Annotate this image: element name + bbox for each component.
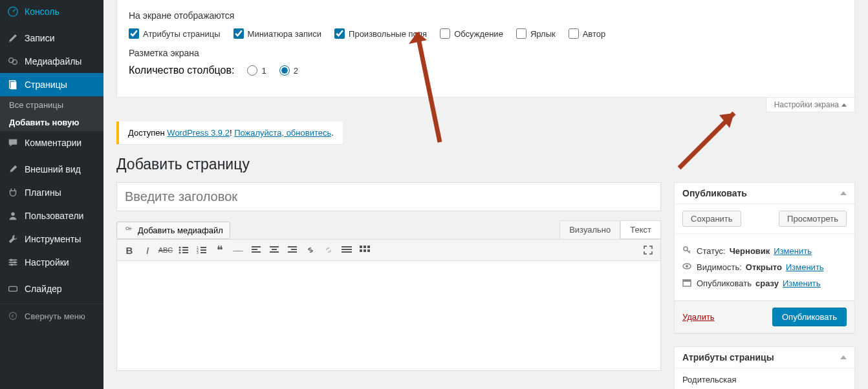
sub-all-pages[interactable]: Все страницы xyxy=(0,96,103,114)
editor-column: Добавить медиафайл Визуально Текст B I A… xyxy=(116,182,661,389)
collapse-label: Свернуть меню xyxy=(25,311,85,321)
page-title: Добавить страницу xyxy=(116,156,855,173)
update-link[interactable]: Пожалуйста, обновитесь xyxy=(234,128,331,138)
edit-status-link[interactable]: Изменить xyxy=(774,246,812,256)
menu-slider[interactable]: Слайдер xyxy=(0,277,103,300)
link-button[interactable] xyxy=(302,242,319,258)
svg-point-13 xyxy=(9,312,16,319)
svg-rect-26 xyxy=(201,252,206,253)
editor-tabs: Визуально Текст xyxy=(559,220,661,239)
comment-icon xyxy=(6,136,19,149)
svg-rect-32 xyxy=(270,251,279,253)
svg-rect-24 xyxy=(201,249,206,251)
collapse-menu[interactable]: Свернуть меню xyxy=(0,304,103,328)
menu-users[interactable]: Пользователи xyxy=(0,204,103,227)
attrs-title: Атрибуты страницы xyxy=(682,352,774,363)
svg-rect-30 xyxy=(270,246,279,247)
post-title-input[interactable] xyxy=(116,182,661,211)
screen-option-check-5[interactable]: Автор xyxy=(569,28,606,39)
screen-option-check-1[interactable]: Миниатюра записи xyxy=(233,28,322,39)
edit-schedule-link[interactable]: Изменить xyxy=(783,279,821,288)
settings-icon xyxy=(6,256,19,269)
toggle-icon[interactable] xyxy=(840,191,847,195)
tab-text[interactable]: Текст xyxy=(620,220,661,239)
screen-option-check-2[interactable]: Произвольные поля xyxy=(334,28,427,39)
more-button[interactable] xyxy=(338,242,355,258)
svg-rect-34 xyxy=(291,249,297,250)
plug-icon xyxy=(6,186,19,199)
svg-point-9 xyxy=(10,259,13,262)
svg-rect-36 xyxy=(342,246,352,247)
sidebar-column: Опубликовать Сохранить Просмотреть Стату… xyxy=(674,182,855,389)
wp-version-link[interactable]: WordPress 3.9.2 xyxy=(167,128,230,138)
menu-posts[interactable]: Записи xyxy=(0,26,103,50)
menu-appearance[interactable]: Внешний вид xyxy=(0,158,103,181)
svg-rect-44 xyxy=(367,249,370,252)
menu-settings[interactable]: Настройки xyxy=(0,251,103,274)
screen-option-check-0[interactable]: Атрибуты страницы xyxy=(129,28,221,39)
svg-rect-38 xyxy=(342,251,352,253)
menu-label: Записи xyxy=(25,33,54,43)
svg-rect-28 xyxy=(252,249,257,250)
key-icon xyxy=(682,246,693,257)
quote-button[interactable]: ❝ xyxy=(212,242,228,258)
svg-rect-49 xyxy=(683,280,691,282)
svg-point-14 xyxy=(126,227,129,230)
menu-dashboard[interactable]: Консоль xyxy=(0,0,103,23)
ul-button[interactable] xyxy=(175,242,192,258)
menu-plugins[interactable]: Плагины xyxy=(0,181,103,204)
so-heading-display: На экране отображаются xyxy=(129,10,843,21)
main-content: На экране отображаются Атрибуты страницы… xyxy=(103,0,868,389)
slider-icon xyxy=(6,282,19,295)
collapse-icon xyxy=(6,310,19,322)
align-right-button[interactable] xyxy=(284,242,301,258)
svg-point-15 xyxy=(179,247,181,249)
editor-content[interactable] xyxy=(116,261,661,371)
bold-button[interactable]: B xyxy=(121,242,138,258)
screen-option-check-4[interactable]: Ярлык xyxy=(516,28,556,39)
menu-tools[interactable]: Инструменты xyxy=(0,227,103,251)
hr-button[interactable]: — xyxy=(230,242,246,258)
unlink-button[interactable] xyxy=(320,242,337,258)
menu-label: Страницы xyxy=(25,79,67,90)
submenu-pages: Все страницы Добавить новую xyxy=(0,96,103,131)
pin-icon xyxy=(6,32,19,45)
screen-option-check-3[interactable]: Обсуждение xyxy=(440,28,503,39)
add-media-button[interactable]: Добавить медиафайл xyxy=(116,222,230,239)
tab-visual[interactable]: Визуально xyxy=(559,220,620,239)
save-draft-button[interactable]: Сохранить xyxy=(682,211,741,227)
calendar-icon xyxy=(682,278,693,289)
chevron-up-icon xyxy=(841,103,847,107)
toggle-icon[interactable] xyxy=(840,355,847,359)
sub-add-new[interactable]: Добавить новую xyxy=(0,114,103,131)
menu-media[interactable]: Медиафайлы xyxy=(0,50,103,73)
menu-comments[interactable]: Комментарии xyxy=(0,131,103,154)
menu-label: Комментарии xyxy=(25,138,81,148)
so-heading-layout: Разметка экрана xyxy=(129,48,843,58)
svg-rect-4 xyxy=(10,82,16,90)
menu-label: Консоль xyxy=(25,6,60,17)
edit-visibility-link[interactable]: Изменить xyxy=(786,262,824,272)
italic-button[interactable]: I xyxy=(139,242,156,258)
menu-label: Внешний вид xyxy=(25,164,81,174)
align-center-button[interactable] xyxy=(266,242,283,258)
screen-options-panel: На экране отображаются Атрибуты страницы… xyxy=(116,0,855,98)
ol-button[interactable]: 123 xyxy=(193,242,210,258)
strike-button[interactable]: ABC xyxy=(157,242,174,258)
menu-label: Слайдер xyxy=(25,284,62,294)
cols-radio-1[interactable]: 1 xyxy=(247,65,266,76)
cols-radio-2[interactable]: 2 xyxy=(279,65,298,76)
preview-button[interactable]: Просмотреть xyxy=(779,211,847,227)
svg-marker-51 xyxy=(719,113,734,128)
menu-label: Инструменты xyxy=(25,234,81,244)
screen-options-tab[interactable]: Настройки экрана xyxy=(766,98,855,112)
kitchen-sink-button[interactable] xyxy=(356,242,373,258)
fullscreen-button[interactable] xyxy=(640,242,656,258)
menu-pages[interactable]: Страницы xyxy=(0,73,103,96)
align-left-button[interactable] xyxy=(248,242,265,258)
brush-icon xyxy=(6,163,19,176)
publish-button[interactable]: Опубликовать xyxy=(772,308,847,326)
page-icon xyxy=(6,78,19,91)
menu-label: Медиафайлы xyxy=(25,56,81,67)
delete-link[interactable]: Удалить xyxy=(682,312,715,322)
